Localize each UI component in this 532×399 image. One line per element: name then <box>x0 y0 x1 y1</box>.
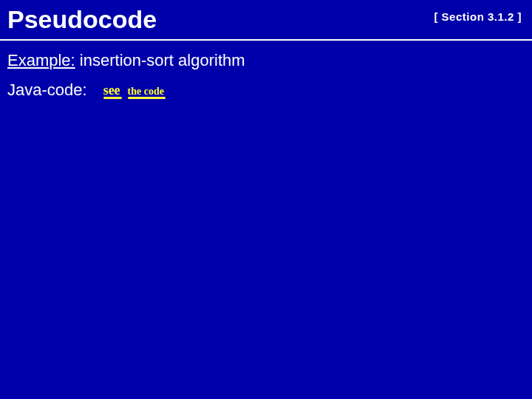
underline-stroke <box>103 97 122 99</box>
example-label: Example: <box>7 51 75 69</box>
java-code-label: Java-code: <box>7 81 87 100</box>
slide-content: Example: insertion-sort algorithm Java-c… <box>0 51 532 100</box>
handwritten-word-2: the code <box>128 86 164 97</box>
slide-header: Pseudocode [ Section 3.1.2 ] <box>0 0 532 36</box>
handwritten-annotation: see the code <box>103 83 164 97</box>
handwritten-word-1: see <box>103 83 120 97</box>
underline-stroke <box>128 97 166 99</box>
slide-title: Pseudocode <box>7 6 157 33</box>
example-text: insertion-sort algorithm <box>75 51 245 69</box>
example-line: Example: insertion-sort algorithm <box>7 51 525 70</box>
header-divider <box>0 39 532 41</box>
section-reference: [ Section 3.1.2 ] <box>434 6 522 23</box>
java-code-line: Java-code: see the code <box>7 81 525 100</box>
